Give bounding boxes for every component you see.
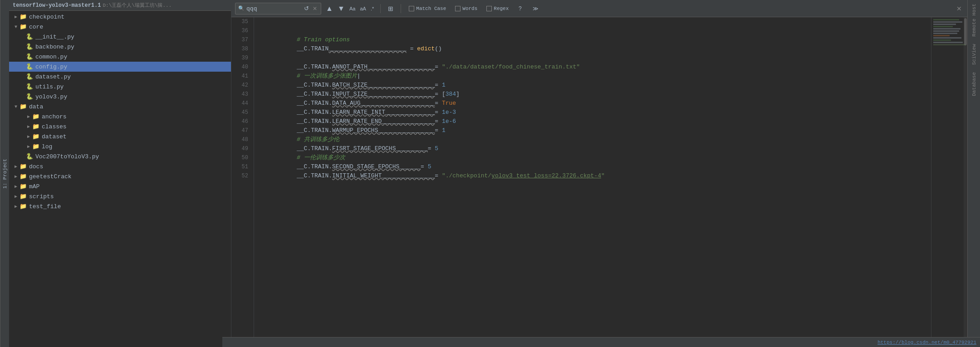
- code-token: |: [357, 73, 361, 79]
- code-line-48: __C.TRAIN.FISRT_STAGE_EPOCHS_________= 5: [261, 135, 924, 144]
- arrow-icon: ▶: [25, 144, 32, 149]
- file-tree: ▶ 📁 checkpoint ▼ 📁 core 🐍 __init__.py 🐍 …: [9, 11, 231, 347]
- find-matchcase-option[interactable]: Match Case: [406, 3, 449, 14]
- find-word-button[interactable]: Aa: [348, 3, 357, 14]
- tree-item-dataset-folder[interactable]: ▶ 📁 dataset: [9, 132, 231, 142]
- tree-item-common-py[interactable]: 🐍 common.py: [9, 52, 231, 62]
- code-token: yolov3_test_loss=22.3726.ckpt-4: [491, 172, 601, 179]
- tree-label: dataset: [42, 133, 67, 140]
- find-case-button[interactable]: aA: [358, 3, 368, 14]
- tree-item-checkpoint[interactable]: ▶ 📁 checkpoint: [9, 12, 231, 22]
- code-token: 1: [442, 82, 446, 88]
- find-input-wrapper[interactable]: 🔍 ↺ ✕: [235, 3, 321, 15]
- tree-item-anchors[interactable]: ▶ 📁 anchors: [9, 112, 231, 122]
- tree-item-geetest[interactable]: ▶ 📁 geetestCrack: [9, 171, 231, 181]
- project-tab-label[interactable]: 1: Project: [0, 0, 9, 347]
- code-token: FISRT_STAGE_EPOCHS: [332, 145, 396, 152]
- code-token: = [: [435, 91, 445, 98]
- code-token: __C.TRAIN.: [297, 127, 332, 134]
- code-token: SECOND_STAGE_EPOCHS: [332, 163, 399, 170]
- find-regex-toggle[interactable]: .*: [369, 3, 376, 14]
- file-py-icon: 🐍: [25, 64, 34, 70]
- find-input[interactable]: [246, 5, 301, 12]
- tree-item-data[interactable]: ▼ 📁 data: [9, 102, 231, 112]
- tree-item-dataset-py[interactable]: 🐍 dataset.py: [9, 72, 231, 82]
- status-bar: https://blog.csdn.net/m0_47792921: [231, 337, 967, 347]
- remote-host-panel[interactable]: Remote Host: [970, 0, 979, 40]
- code-token: ]: [456, 91, 460, 98]
- tree-item-config-py[interactable]: 🐍 config.py: [9, 62, 231, 72]
- comment-cn-token: # 一伦训练多少次: [297, 154, 345, 161]
- code-token: =: [421, 163, 428, 170]
- line-num: 37: [235, 35, 250, 44]
- code-token: _______________: [382, 118, 435, 125]
- arrow-icon: ▼: [13, 104, 19, 109]
- line-num: 45: [235, 108, 250, 117]
- code-token: __C.TRAIN.: [297, 100, 332, 107]
- find-next-button[interactable]: ▼: [336, 3, 347, 14]
- tree-label: backbone.py: [35, 44, 74, 50]
- code-token: ": [601, 172, 605, 179]
- tree-item-init-py[interactable]: 🐍 __init__.py: [9, 32, 231, 42]
- find-separator: [380, 4, 381, 13]
- minimap-scrollbar: [931, 17, 967, 347]
- folder-icon: 📁: [19, 24, 27, 30]
- sciview-panel[interactable]: SciView: [970, 40, 979, 68]
- tree-item-test-file[interactable]: ▶ 📁 test_file: [9, 201, 231, 211]
- tree-item-scripts[interactable]: ▶ 📁 scripts: [9, 191, 231, 201]
- comment-cn-token: # 共训练多少伦: [297, 136, 339, 143]
- tree-label: __init__.py: [35, 34, 74, 40]
- status-url[interactable]: https://blog.csdn.net/m0_47792921: [877, 340, 967, 345]
- tree-item-utils-py[interactable]: 🐍 utils.py: [9, 82, 231, 92]
- code-token: LEARN_RATE_END: [332, 118, 382, 125]
- code-token: =: [435, 100, 442, 107]
- line-num: 48: [235, 135, 250, 144]
- tree-item-core[interactable]: ▼ 📁 core: [9, 22, 231, 32]
- words-checkbox: [455, 6, 461, 11]
- tree-label: anchors: [42, 113, 67, 120]
- code-token: _____________________: [360, 100, 435, 107]
- folder-icon: 📁: [19, 203, 27, 210]
- code-token: ___________________: [368, 82, 435, 88]
- right-panels: Remote Host SciView Database: [967, 0, 980, 347]
- tree-item-backbone-py[interactable]: 🐍 backbone.py: [9, 42, 231, 52]
- find-words-option[interactable]: Words: [452, 3, 480, 14]
- find-more-button[interactable]: ≫: [530, 3, 541, 14]
- find-refresh-button[interactable]: ↺: [301, 3, 312, 14]
- find-regex-option[interactable]: Regex: [483, 3, 512, 14]
- find-filter-button[interactable]: ⊞: [385, 3, 396, 14]
- code-token: =: [435, 127, 442, 134]
- find-close-button[interactable]: ✕: [955, 4, 964, 13]
- find-help-button[interactable]: ?: [514, 3, 525, 14]
- tree-label: scripts: [29, 193, 54, 200]
- file-py-icon: 🐍: [25, 153, 34, 160]
- line-num: 41: [235, 72, 250, 81]
- code-token: =: [428, 145, 435, 152]
- code-token: 384: [446, 91, 456, 98]
- tree-item-log[interactable]: ▶ 📁 log: [9, 142, 231, 152]
- tree-item-classes[interactable]: ▶ 📁 classes: [9, 122, 231, 132]
- code-token: __C.TRAIN.: [297, 64, 332, 70]
- folder-icon: 📁: [19, 163, 27, 170]
- vertical-scrollbar-track[interactable]: [964, 17, 967, 347]
- arrow-icon: ▶: [13, 194, 19, 199]
- code-token: __C.TRAIN.: [297, 145, 332, 152]
- folder-icon: 📁: [19, 193, 27, 200]
- code-token: BATCH_SIZE: [332, 82, 368, 88]
- find-prev-button[interactable]: ▲: [324, 3, 335, 14]
- tree-item-yolov3-py[interactable]: 🐍 yolov3.py: [9, 92, 231, 102]
- code-token: __C.TRAIN.: [297, 91, 332, 98]
- code-token: =: [435, 109, 442, 116]
- find-clear-button[interactable]: ✕: [312, 5, 318, 12]
- database-panel[interactable]: Database: [970, 68, 979, 100]
- folder-icon: 📁: [32, 123, 40, 130]
- code-line-37: __C.TRAIN______________________ = edict(…: [261, 35, 924, 44]
- code-token: "./data/dataset/food_chinese_train.txt": [442, 64, 580, 70]
- find-nav-controls: ▲ ▼ Aa aA .*: [324, 3, 376, 14]
- arrow-icon: ▶: [25, 114, 32, 119]
- tree-item-voc-py[interactable]: 🐍 Voc2007toYoloV3.py: [9, 152, 231, 161]
- tree-item-map[interactable]: ▶ 📁 mAP: [9, 181, 231, 191]
- tree-item-docs[interactable]: ▶ 📁 docs: [9, 161, 231, 171]
- code-editor[interactable]: 35 36 37 38 39 40 41 42 43 44 45 46 47 4…: [231, 17, 967, 347]
- code-token: =: [407, 45, 417, 52]
